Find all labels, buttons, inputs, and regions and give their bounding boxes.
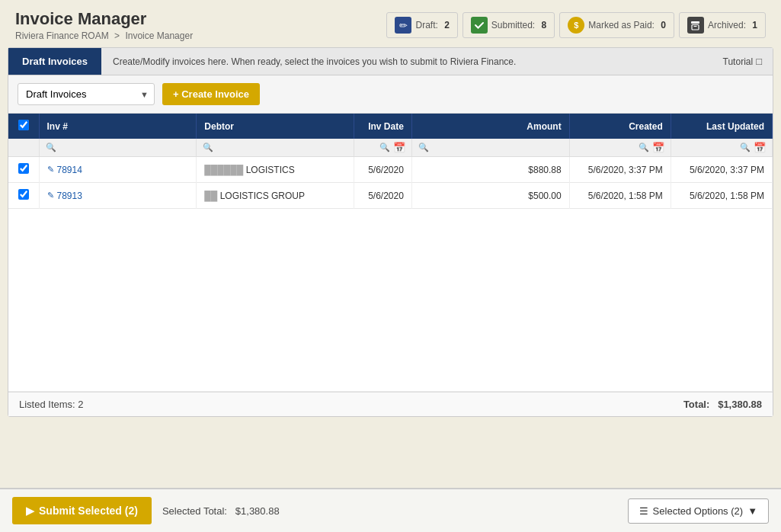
filter-input-amount[interactable] [432, 143, 563, 153]
col-header-checkbox [8, 114, 39, 139]
options-button-label: Selected Options (2) [653, 505, 744, 517]
col-header-created[interactable]: Created [569, 114, 671, 139]
create-invoice-button[interactable]: + Create Invoice [162, 83, 260, 105]
selected-total-label: Selected Total: [162, 505, 227, 517]
search-icon-debtor: 🔍 [203, 143, 213, 152]
chevron-down-icon: ▼ [747, 505, 757, 517]
footer-total: Total: $1,380.88 [683, 399, 762, 410]
col-header-amount[interactable]: Amount [411, 114, 569, 139]
paid-icon: $ [568, 17, 584, 34]
badge-paid[interactable]: $ Marked as Paid: 0 [559, 12, 674, 38]
submit-button-label: Submit Selected (2) [39, 505, 138, 517]
search-icon-amount: 🔍 [418, 143, 429, 152]
row2-amount: $500.00 [411, 183, 569, 209]
listed-items-count: 2 [78, 399, 83, 410]
filter-cell-last-updated: 🔍 📅 [671, 139, 772, 157]
calendar-icon-inv-date[interactable]: 📅 [393, 142, 405, 153]
col-label-created: Created [629, 121, 663, 132]
calendar-icon-created[interactable]: 📅 [652, 142, 664, 153]
draft-label: Draft: [415, 20, 440, 30]
invoice-table-wrapper: Inv # Debtor Inv Date Amount Created [8, 114, 773, 392]
tutorial-button[interactable]: Tutorial □ [712, 50, 773, 73]
table-header-row: Inv # Debtor Inv Date Amount Created [8, 114, 773, 139]
breadcrumb-home[interactable]: Riviera Finance ROAM [15, 30, 109, 41]
listed-items-label: Listed Items: [19, 399, 75, 410]
footer-summary: Listed Items: 2 Total: $1,380.88 [8, 392, 773, 416]
submitted-count: 8 [542, 20, 547, 30]
submitted-icon [471, 17, 488, 34]
row2-last-updated: 5/6/2020, 1:58 PM [671, 183, 772, 209]
tab-bar: Draft Invoices Create/Modify invoices he… [8, 48, 773, 75]
filter-cell-created: 🔍 📅 [569, 139, 671, 157]
calendar-icon-last-updated[interactable]: 📅 [754, 142, 766, 153]
filter-cell-inv-date: 🔍 📅 [354, 139, 412, 157]
invoice-table: Inv # Debtor Inv Date Amount Created [8, 114, 773, 392]
row2-created: 5/6/2020, 1:58 PM [569, 183, 671, 209]
invoice-filter-dropdown[interactable]: Draft Invoices All Invoices [18, 83, 155, 105]
col-header-debtor[interactable]: Debtor [197, 114, 354, 139]
selected-options-button[interactable]: ☰ Selected Options (2) ▼ [628, 498, 769, 524]
row2-inv-link[interactable]: ✎ 78913 [47, 191, 189, 201]
breadcrumb-separator: > [114, 30, 120, 41]
row1-created: 5/6/2020, 3:37 PM [569, 157, 671, 183]
search-icon-inv: 🔍 [46, 143, 56, 152]
total-amount: $1,380.88 [718, 399, 762, 410]
row2-debtor-value: LOGISTICS GROUP [220, 191, 305, 201]
submitted-label: Submitted: [491, 20, 538, 30]
row1-inv-num-value: 78914 [57, 165, 82, 175]
paid-label: Marked as Paid: [588, 20, 657, 30]
col-header-last-updated[interactable]: Last Updated [671, 114, 772, 139]
badge-draft[interactable]: ✏ Draft: 2 [386, 12, 457, 38]
header: Invoice Manager Riviera Finance ROAM > I… [0, 0, 781, 47]
row1-last-updated: 5/6/2020, 3:37 PM [671, 157, 772, 183]
svg-rect-0 [691, 21, 699, 24]
row1-debtor-suffix: LOGISTICS [246, 165, 295, 175]
col-header-inv-date[interactable]: Inv Date [354, 114, 412, 139]
tab-description: Create/Modify invoices here. When ready,… [101, 49, 712, 75]
page-title: Invoice Manager [15, 9, 193, 29]
archived-label: Archived: [708, 20, 748, 30]
col-label-debtor: Debtor [204, 121, 234, 132]
search-icon-created: 🔍 [639, 143, 649, 152]
search-icon-last-updated: 🔍 [740, 143, 751, 152]
list-icon: ☰ [639, 505, 648, 517]
badge-archived[interactable]: Archived: 1 [679, 12, 766, 38]
filter-cell-inv-num: 🔍 [39, 139, 197, 157]
col-label-amount: Amount [527, 121, 561, 132]
row1-inv-link[interactable]: ✎ 78914 [47, 165, 189, 175]
filter-cell-debtor: 🔍 [197, 139, 354, 157]
row2-inv-num: ✎ 78913 [39, 183, 197, 209]
row2-inv-num-value: 78913 [57, 191, 82, 201]
select-all-checkbox[interactable] [18, 120, 29, 130]
badge-submitted[interactable]: Submitted: 8 [463, 12, 555, 38]
row2-debtor-prefix: ██ [204, 191, 217, 201]
tab-draft-invoices[interactable]: Draft Invoices [8, 48, 101, 75]
filter-input-debtor[interactable] [216, 143, 347, 153]
filter-input-inv-num[interactable] [59, 143, 190, 153]
row1-debtor: ██████ LOGISTICS [197, 157, 354, 183]
tutorial-icon: □ [756, 56, 762, 67]
col-header-inv-num[interactable]: Inv # [39, 114, 197, 139]
toolbar: Draft Invoices All Invoices ▼ + Create I… [8, 75, 773, 114]
filter-cell-amount: 🔍 [411, 139, 569, 157]
table-row: ✎ 78914 ██████ LOGISTICS 5/6/2020 $880.8… [8, 157, 773, 183]
col-label-last-updated: Last Updated [706, 121, 764, 132]
submit-icon: ▶ [26, 505, 34, 517]
edit-icon-row2: ✎ [47, 191, 54, 200]
row2-checkbox-cell [8, 183, 39, 209]
empty-space-row [8, 209, 773, 392]
search-icon-inv-date: 🔍 [379, 143, 390, 152]
row2-checkbox[interactable] [18, 189, 29, 200]
row1-checkbox[interactable] [18, 163, 29, 174]
row2-debtor: ██ LOGISTICS GROUP [197, 183, 354, 209]
archived-icon [687, 17, 704, 34]
col-label-inv-num: Inv # [47, 121, 68, 132]
row1-debtor-value: ██████ [204, 165, 243, 175]
draft-icon: ✏ [395, 17, 411, 34]
table-row: ✎ 78913 ██ LOGISTICS GROUP 5/6/2020 $500… [8, 183, 773, 209]
row1-inv-num: ✎ 78914 [39, 157, 197, 183]
submit-selected-button[interactable]: ▶ Submit Selected (2) [12, 497, 152, 524]
draft-count: 2 [444, 20, 450, 30]
status-badges: ✏ Draft: 2 Submitted: 8 $ Marked as Paid… [386, 12, 766, 38]
total-label: Total: [683, 399, 709, 410]
